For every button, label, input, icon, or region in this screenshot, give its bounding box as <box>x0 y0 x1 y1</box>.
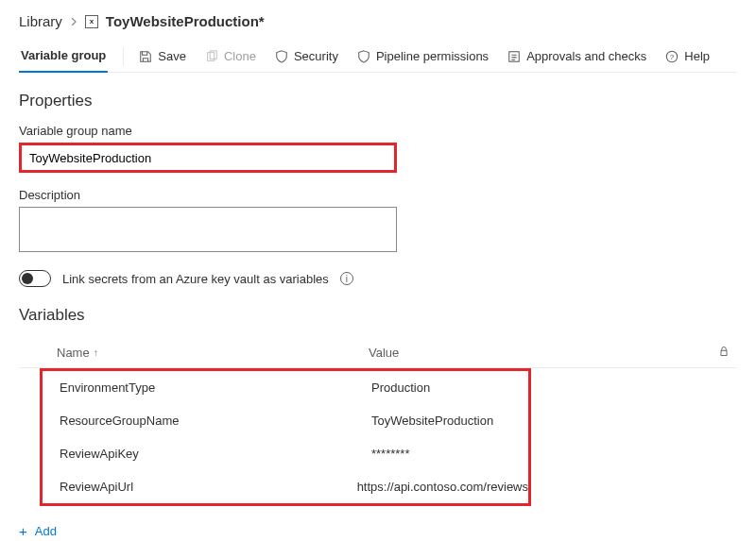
save-label: Save <box>158 49 186 63</box>
lock-icon <box>707 346 730 360</box>
approvals-button[interactable]: Approvals and checks <box>507 49 646 63</box>
variable-group-name-input[interactable] <box>22 145 394 170</box>
table-row[interactable]: ReviewApiKey ******** <box>43 437 528 470</box>
approvals-label: Approvals and checks <box>526 49 646 63</box>
save-button[interactable]: Save <box>139 49 186 63</box>
col-value-header[interactable]: Value <box>369 346 737 360</box>
variables-heading: Variables <box>19 306 737 325</box>
var-value: ******** <box>371 447 528 461</box>
table-row[interactable]: EnvironmentType Production <box>43 371 528 404</box>
add-label: Add <box>35 524 57 538</box>
variables-header: Name ↑ Value <box>19 338 737 368</box>
var-value: ToyWebsiteProduction <box>371 414 528 428</box>
checklist-icon <box>507 50 521 63</box>
breadcrumb: Library x ToyWebsiteProduction* <box>19 13 737 29</box>
security-label: Security <box>294 49 338 63</box>
var-name: EnvironmentType <box>60 380 371 395</box>
svg-rect-5 <box>721 350 727 355</box>
link-keyvault-label: Link secrets from an Azure key vault as … <box>62 272 329 286</box>
var-value: Production <box>371 380 528 395</box>
add-variable-button[interactable]: + Add <box>19 523 737 539</box>
shield-icon <box>275 50 288 63</box>
help-button[interactable]: ? Help <box>665 49 710 63</box>
pipeline-permissions-button[interactable]: Pipeline permissions <box>357 49 489 63</box>
svg-text:?: ? <box>670 52 675 60</box>
shield-icon <box>357 50 370 63</box>
toolbar-divider <box>123 47 124 66</box>
plus-icon: + <box>19 523 27 539</box>
table-row[interactable]: ResourceGroupName ToyWebsiteProduction <box>43 404 528 437</box>
clone-icon <box>205 50 218 63</box>
var-name: ReviewApiUrl <box>60 480 357 494</box>
info-icon[interactable]: i <box>340 272 353 285</box>
save-icon <box>139 50 152 63</box>
pipeline-permissions-label: Pipeline permissions <box>376 49 489 63</box>
highlight-name <box>19 143 397 173</box>
sort-asc-icon: ↑ <box>94 347 98 358</box>
breadcrumb-library[interactable]: Library <box>19 13 62 29</box>
chevron-right-icon <box>70 16 77 27</box>
var-value: https://api.contoso.com/reviews <box>357 480 528 494</box>
var-name: ReviewApiKey <box>60 447 371 461</box>
highlight-variables: EnvironmentType Production ResourceGroup… <box>40 368 531 506</box>
properties-heading: Properties <box>19 92 737 110</box>
table-row[interactable]: ReviewApiUrl https://api.contoso.com/rev… <box>43 470 528 503</box>
col-name-header[interactable]: Name ↑ <box>57 346 369 360</box>
variables-table: Name ↑ Value EnvironmentType Production … <box>19 338 737 506</box>
description-label: Description <box>19 188 737 202</box>
help-icon: ? <box>665 50 679 63</box>
var-name: ResourceGroupName <box>60 414 371 428</box>
variable-group-name-label: Variable group name <box>19 124 737 138</box>
variable-group-icon: x <box>85 15 98 28</box>
breadcrumb-current: ToyWebsiteProduction* <box>106 13 265 29</box>
link-keyvault-toggle[interactable] <box>19 270 51 287</box>
help-label: Help <box>684 49 710 63</box>
toolbar: Variable group Save Clone Security Pipel… <box>19 41 737 73</box>
clone-button: Clone <box>205 49 256 63</box>
clone-label: Clone <box>224 49 256 63</box>
security-button[interactable]: Security <box>275 49 338 63</box>
tab-variable-group[interactable]: Variable group <box>19 41 108 72</box>
description-input[interactable] <box>19 207 397 252</box>
